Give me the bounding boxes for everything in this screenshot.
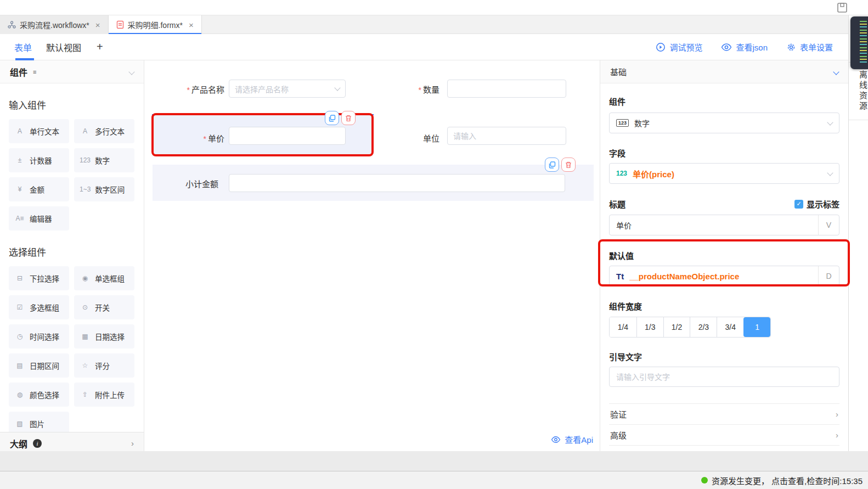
chevron-down-icon (827, 119, 833, 125)
component-switch[interactable]: ⊙开关 (74, 295, 134, 319)
component-attachment-upload[interactable]: ⇧附件上传 (74, 383, 134, 407)
required-mark: * (419, 86, 421, 94)
chevron-down-icon (833, 69, 839, 75)
input-components-grid: A单行文本 A多行文本 ±计数器 123数字 ¥金额 1~3数字区间 A≡编辑器 (9, 119, 135, 231)
sidebar-header[interactable]: 组件 ≡ (0, 60, 144, 83)
component-type-value: 数字 (634, 117, 650, 128)
field-select[interactable]: 123 单价(price) (609, 163, 839, 184)
component-counter[interactable]: ±计数器 (9, 148, 69, 172)
component-label: 多行文本 (95, 126, 125, 137)
component-image[interactable]: ▧图片 (9, 412, 69, 432)
view-bar: 表单 默认视图 + 调试预览 查看json 表单设置 (0, 34, 848, 60)
quantity-input[interactable] (447, 80, 566, 98)
guide-text-input[interactable] (609, 367, 839, 387)
section-validation[interactable]: 验证 › (609, 404, 839, 425)
component-single-line-text[interactable]: A单行文本 (9, 119, 69, 143)
component-date-picker[interactable]: ▦日期选择 (74, 324, 134, 349)
component-dropdown-select[interactable]: ⊟下拉选择 (9, 266, 69, 290)
component-label: 单行文本 (30, 126, 59, 137)
action-label: 表单设置 (800, 41, 833, 53)
view-json-button[interactable]: 查看json (721, 41, 768, 53)
component-editor[interactable]: A≡编辑器 (9, 206, 69, 231)
close-icon[interactable]: × (189, 20, 194, 30)
component-checkbox-group[interactable]: ☑多选框组 (9, 295, 69, 319)
form-settings-button[interactable]: 表单设置 (786, 41, 833, 53)
chevron-right-icon: › (836, 430, 838, 440)
basic-section-header[interactable]: 基础 (600, 60, 848, 83)
number-icon: 123 (80, 156, 91, 164)
product-name-select[interactable]: 请选择产品名称 (229, 80, 346, 98)
add-view-button[interactable]: + (97, 41, 103, 53)
width-option-1-4[interactable]: 1/4 (610, 317, 636, 337)
tab-form-view[interactable]: 表单 (14, 34, 32, 60)
close-icon[interactable]: × (95, 20, 100, 30)
dropdown-select-icon: ⊟ (14, 274, 25, 282)
component-label: 日期区间 (30, 360, 59, 371)
subtotal-input[interactable] (229, 174, 565, 192)
checkbox-checked-icon[interactable]: ✓ (794, 200, 803, 209)
component-amount[interactable]: ¥金额 (9, 177, 69, 201)
component-width-label: 组件宽度 (609, 300, 839, 312)
default-value-mode-button[interactable]: D (818, 266, 839, 286)
default-value-input[interactable]: Tt __productNameObject.price (610, 266, 818, 286)
component-color-picker[interactable]: ◍颜色选择 (9, 383, 69, 407)
component-type-select[interactable]: 123 数字 (609, 113, 839, 133)
select-components-grid: ⊟下拉选择 ◉单选框组 ☑多选框组 ⊙开关 ◷时间选择 ▦日期选择 ▤日期区间 … (9, 266, 135, 432)
component-multi-line-text[interactable]: A多行文本 (74, 119, 134, 143)
chevron-down-icon (827, 170, 833, 176)
resource-change-message[interactable]: 资源发生变更， 点击查看,检查时间:15:35 (712, 475, 863, 486)
tab-label: 采购明细.formx* (128, 19, 183, 30)
delete-component-button[interactable] (561, 158, 576, 172)
width-option-3-4[interactable]: 3/4 (717, 317, 743, 337)
switch-icon: ⊙ (80, 303, 91, 311)
outline-label: 大纲 (10, 437, 27, 450)
copy-component-button[interactable] (325, 111, 339, 125)
unit-input[interactable] (447, 127, 566, 145)
sidebar-title: 组件 (10, 65, 27, 78)
width-option-full[interactable]: 1 (743, 317, 770, 337)
tab-offline-resources[interactable]: 离线资源 (849, 63, 868, 120)
width-option-2-3[interactable]: 2/3 (690, 317, 717, 337)
width-option-1-3[interactable]: 1/3 (636, 317, 663, 337)
component-radio-group[interactable]: ◉单选框组 (74, 266, 134, 290)
date-picker-icon: ▦ (80, 333, 91, 340)
section-style[interactable]: 样式 › (609, 446, 839, 451)
outline-toggle[interactable]: 大纲 i › (0, 432, 144, 454)
component-number-range[interactable]: 1~3数字区间 (74, 177, 134, 201)
counter-icon: ± (14, 156, 25, 164)
tab-default-view[interactable]: 默认视图 (46, 34, 81, 60)
minimap-stripes (860, 21, 867, 65)
tab-workflow-file[interactable]: 采购流程.workflowx* × (0, 15, 109, 34)
view-api-label: 查看Api (565, 434, 593, 445)
chevron-down-icon[interactable] (128, 69, 134, 75)
component-sidebar: 组件 ≡ 输入组件 A单行文本 A多行文本 ±计数器 123数字 ¥金额 1~3… (0, 60, 144, 454)
editor-icon: A≡ (14, 215, 25, 222)
unit-price-input[interactable] (229, 127, 346, 145)
debug-preview-button[interactable]: 调试预览 (656, 41, 702, 53)
hamburger-icon: ≡ (33, 69, 36, 75)
width-option-1-2[interactable]: 1/2 (663, 317, 690, 337)
component-label: 开关 (95, 302, 110, 313)
view-api-link[interactable]: 查看Api (551, 434, 593, 445)
save-icon[interactable] (836, 2, 848, 14)
title-variable-button[interactable]: V (818, 215, 839, 235)
title-input[interactable]: 单价 (610, 215, 818, 235)
default-value-expression: __productNameObject.price (629, 272, 739, 281)
form-canvas: *产品名称 请选择产品名称 *数量 *单价 单位 小计金额 查看Api (144, 60, 600, 451)
default-value-input-group: Tt __productNameObject.price D (609, 266, 839, 286)
quantity-label: *数量 (402, 83, 439, 95)
number-range-icon: 1~3 (80, 186, 91, 193)
field-value: 单价(price) (633, 168, 674, 179)
component-date-range[interactable]: ▤日期区间 (9, 353, 69, 378)
code-minimap-overlay[interactable] (850, 16, 868, 69)
show-label-toggle[interactable]: ✓ 显示标签 (794, 198, 839, 210)
date-range-icon: ▤ (14, 362, 25, 369)
component-time-picker[interactable]: ◷时间选择 (9, 324, 69, 349)
component-rating[interactable]: ☆评分 (74, 353, 134, 378)
component-label: 数字 (95, 155, 110, 166)
component-number[interactable]: 123数字 (74, 148, 134, 172)
section-advanced[interactable]: 高级 › (609, 425, 839, 446)
tab-form-file[interactable]: 采购明细.formx* × (109, 15, 202, 34)
copy-component-button[interactable] (545, 158, 559, 172)
delete-component-button[interactable] (341, 111, 356, 125)
